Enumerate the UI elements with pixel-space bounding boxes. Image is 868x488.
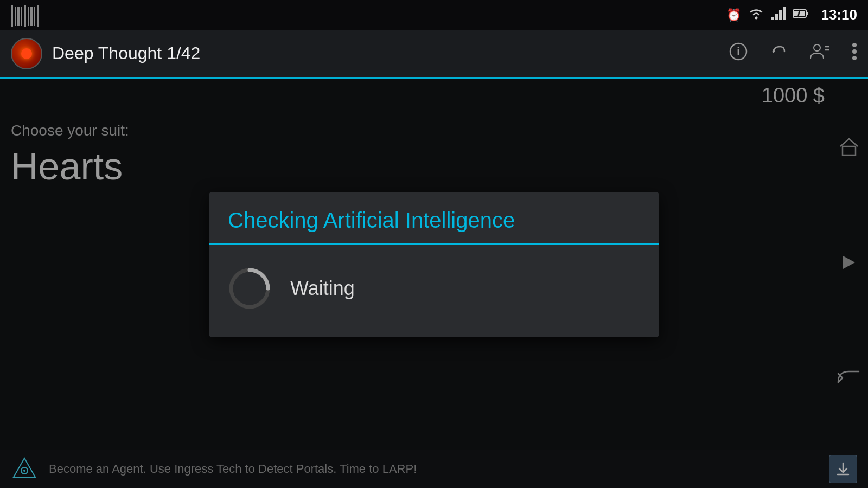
- dialog-body: Waiting: [209, 245, 659, 337]
- dialog-title: Checking Artificial Intelligence: [228, 208, 640, 233]
- people-icon[interactable]: [809, 42, 830, 65]
- app-toolbar: Deep Thought 1/42 i: [0, 30, 868, 79]
- svg-point-11: [814, 44, 820, 51]
- svg-point-14: [852, 43, 857, 47]
- status-icons: ⏰: [726, 7, 858, 23]
- svg-point-21: [23, 470, 25, 472]
- bottom-logo: [11, 455, 38, 483]
- app-title: Deep Thought 1/42: [52, 43, 729, 63]
- svg-rect-2: [775, 14, 778, 20]
- status-bar: ⏰: [0, 0, 868, 30]
- svg-rect-4: [783, 7, 786, 20]
- app-logo-inner: [21, 48, 32, 59]
- dialog-box: Checking Artificial Intelligence Waiting: [209, 192, 659, 337]
- svg-rect-1: [771, 17, 774, 20]
- download-button[interactable]: [829, 455, 857, 483]
- bottom-bar: Become an Agent. Use Ingress Tech to Det…: [0, 450, 868, 488]
- svg-point-16: [852, 56, 857, 60]
- toolbar-icons: i: [729, 42, 857, 65]
- svg-point-0: [755, 16, 757, 19]
- barcode-icon: [11, 5, 39, 27]
- svg-rect-3: [779, 10, 782, 20]
- info-icon[interactable]: i: [729, 42, 748, 65]
- battery-icon: [793, 8, 808, 22]
- alarm-icon: ⏰: [726, 8, 741, 22]
- app-logo: [11, 38, 42, 69]
- svg-rect-7: [806, 12, 808, 15]
- waiting-label: Waiting: [290, 277, 355, 300]
- dialog-overlay: Checking Artificial Intelligence Waiting: [0, 79, 868, 450]
- svg-point-15: [852, 49, 857, 54]
- bottom-message: Become an Agent. Use Ingress Tech to Det…: [49, 462, 818, 476]
- signal-icon: [771, 7, 786, 23]
- status-time: 13:10: [821, 7, 858, 23]
- undo-icon[interactable]: [769, 42, 788, 65]
- menu-icon[interactable]: [852, 42, 857, 65]
- wifi-icon: [749, 8, 764, 23]
- spinner: [228, 267, 271, 310]
- svg-text:i: i: [737, 46, 740, 57]
- dialog-header: Checking Artificial Intelligence: [209, 192, 659, 243]
- main-content: 1000 $ Choose your suit: Hearts: [0, 79, 868, 450]
